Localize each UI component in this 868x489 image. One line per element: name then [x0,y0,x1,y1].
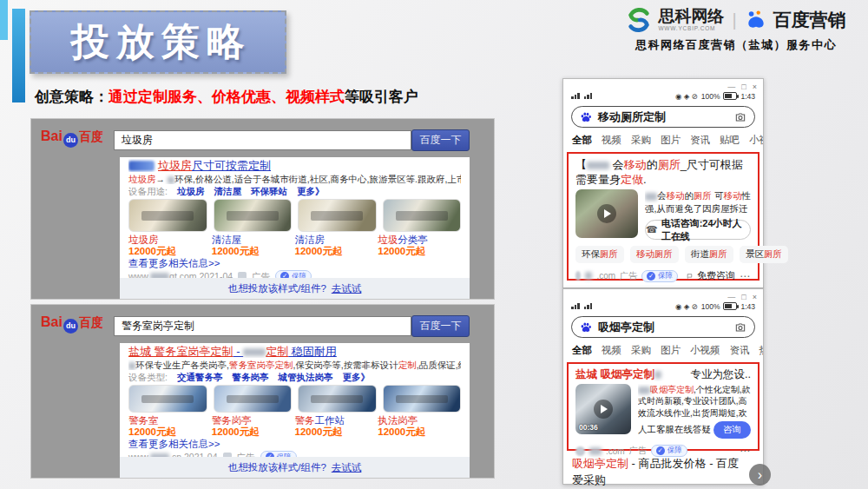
tag-button[interactable]: 移动厕所 [630,246,679,263]
battery-percent: 100% [701,92,720,101]
tab-news[interactable]: 资讯 [690,134,710,147]
filter-link[interactable]: 城管执法岗亭 [278,372,332,382]
style-promo-footer: 也想投放该样式/组件?去试试 [120,457,470,478]
tab-procurement[interactable]: 采购 [631,134,651,147]
product-photo[interactable] [298,385,377,413]
search-tabs: 全部 视频 采购 图片 资讯 贴吧 小视频 [563,128,763,147]
filter-link[interactable]: 警务岗亭 [232,372,268,382]
try-it-link[interactable]: 去试试 [332,282,362,295]
redacted-text [128,362,135,370]
filter-link[interactable]: 清洁屋 [214,186,241,196]
tab-news[interactable]: 资讯 [730,344,750,357]
desktop-screenshot-1: Baidu百度 垃圾房 百度一下 垃圾房尺寸可按需定制 垃圾房→ 环保,价格公道… [30,118,495,300]
camera-icon[interactable] [734,111,746,123]
filter-link[interactable]: 更多》 [297,186,325,196]
maximize-icon[interactable]: □ [741,293,746,301]
ad-title[interactable]: 【 会移动的厕所_尺寸可根据需要量身定做. [575,157,751,187]
filter-link[interactable]: 交通警务亭 [177,372,223,382]
result-description: 垃圾房→ 环保,价格公道,适合于各城市街道,社区,商务中心,旅游景区等.跟政府,… [128,174,461,184]
more-info-link[interactable]: 查看更多相关信息>> [128,258,461,268]
highlighted-ad-result: 【 会移动的厕所_尺寸可根据需要量身定做. 会移动的厕所 可移动性强,从而避免了… [567,152,760,281]
mobile-search-bar[interactable]: 吸烟亭定制 [571,316,755,338]
tab-video[interactable]: 视频 [602,344,621,357]
tab-video[interactable]: 视频 [602,134,621,147]
tab-all[interactable]: 全部 [572,344,592,357]
product-captions: 警务室 12000元起 警务岗亭 12000元起 警务工作站 12000元起 执… [128,415,461,437]
tab-images[interactable]: 图片 [661,134,681,147]
brand-header: 思科网络 WWW.YCBIP.COM | 百度营销 思科网络百度营销（盐城）服务… [608,7,865,53]
product-photo[interactable] [128,385,207,413]
tag-button[interactable]: 环保厕所 [575,246,624,263]
next-arrow-button[interactable]: › [749,464,771,486]
tab-images[interactable]: 图片 [661,344,681,357]
strategy-highlight: 通过定制服务、价格优惠、视频样式 [108,89,345,105]
video-thumbnail[interactable]: 00:36 [575,384,631,434]
filter-label: 设备用途: [128,186,168,196]
baidu-paw-icon [580,111,592,123]
baidu-search-button[interactable]: 百度一下 [411,129,470,151]
minimize-icon[interactable]: — [727,293,735,301]
ad-title[interactable]: 盐城 吸烟亭定制 专业为您设.. [575,367,751,381]
online-service-text: 人工客服在线答疑 [638,424,711,436]
product-photo[interactable] [298,199,377,232]
try-it-link[interactable]: 去试试 [332,461,362,474]
maximize-icon[interactable]: □ [741,83,746,91]
product-photo[interactable] [128,199,207,232]
free-consult-link[interactable]: 免费咨询 [697,269,735,282]
product-caption: 警务室 12000元起 [128,415,212,437]
more-info-link[interactable]: 查看更多相关信息>> [128,439,461,449]
phone-consult-button[interactable]: ☎ 电话咨询:24小时人工在线 [645,220,751,240]
tag-button[interactable]: 街道厕所 [685,246,733,263]
logo-divider: | [732,10,736,30]
organic-result-title[interactable]: 吸烟亭定制 - 商品批发价格 - 百度爱采购 [572,456,747,489]
result-title[interactable]: 垃圾房尺寸可按需定制 [128,159,461,172]
video-thumbnail[interactable] [575,189,638,238]
status-bar: ◉ ◈ ⊘ 100% 1:43 [563,90,763,102]
product-price: 12000元起 [212,246,295,256]
close-icon[interactable]: × [753,83,757,91]
filter-link[interactable]: 垃圾房 [177,186,205,196]
signal-icon [571,93,592,99]
check-icon: ✓ [647,272,655,281]
search-input[interactable]: 垃圾房 [114,130,411,150]
filter-link[interactable]: 环保驿站 [251,186,287,196]
product-photo[interactable] [383,199,462,232]
mobile-search-bar[interactable]: 移动厕所定制 [571,106,755,128]
product-photo[interactable] [214,199,293,232]
tag-button[interactable]: 景区厕所 [740,246,788,263]
camera-icon[interactable] [734,321,746,334]
accent-bar-light [0,0,8,40]
tab-minivideo[interactable]: 小视频 [749,134,763,147]
sike-network-name: 思科网络 [658,8,724,24]
baidu-logo: Baidu百度 [41,129,103,148]
ad-url-row: .com 广告 ✓保障 免费咨询 ⋯ [575,269,751,282]
tab-minivideo[interactable]: 小视频 [690,344,720,357]
tab-procurement[interactable]: 采购 [631,344,651,357]
mobile-search-query[interactable]: 移动厕所定制 [598,109,666,125]
filter-links-row: 设备用途:垃圾房清洁屋环保驿站更多》 [128,186,461,196]
close-icon[interactable]: × [753,293,757,301]
battery-icon [723,302,737,310]
minimize-icon[interactable]: — [727,83,735,91]
product-photo[interactable] [214,385,293,413]
more-options-icon[interactable]: ⋯ [740,270,751,282]
baidu-search-button[interactable]: 百度一下 [411,315,470,337]
consult-button[interactable]: 咨询 [713,421,751,439]
tab-hot[interactable]: 热议 [760,344,764,357]
video-duration: 00:36 [579,423,598,432]
result-title[interactable]: 盐城 警务室岗亭定制 - 定制 稳固耐用 [128,345,461,358]
search-input[interactable]: 警务室岗亭定制 [114,316,411,336]
tab-tieba[interactable]: 贴吧 [720,134,740,147]
mobile-search-query[interactable]: 吸烟亭定制 [598,320,654,335]
filter-label: 设备类型: [128,372,168,382]
tab-all[interactable]: 全部 [572,134,592,147]
strategy-label: 创意策略： [35,89,108,105]
play-icon[interactable] [597,204,616,223]
filter-link[interactable]: 更多》 [342,372,370,382]
search-tabs: 全部 视频 采购 图片 小视频 资讯 热议 [563,338,763,357]
product-captions: 垃圾房 12000元起 清洁屋 12000元起 清洁房 12000元起 垃圾分类… [128,235,461,256]
sike-network-logo-icon [626,7,652,33]
baidu-paw-icon [580,321,592,334]
play-icon[interactable] [594,400,613,419]
product-photo[interactable] [383,385,462,413]
